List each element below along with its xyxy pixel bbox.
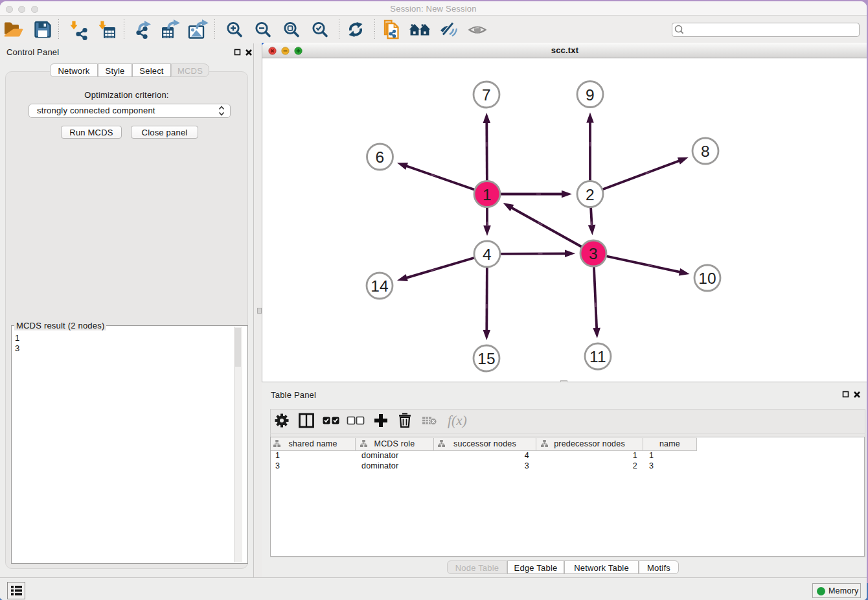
svg-text:3: 3 <box>589 245 598 262</box>
svg-text:2: 2 <box>586 186 595 203</box>
svg-text:f(x): f(x) <box>448 413 467 428</box>
svg-text:9: 9 <box>586 86 595 104</box>
svg-text:10: 10 <box>698 270 716 287</box>
svg-text:15: 15 <box>477 350 496 367</box>
svg-text:14: 14 <box>371 277 389 295</box>
svg-text:11: 11 <box>589 348 606 365</box>
svg-text:1: 1 <box>483 186 492 203</box>
svg-text:8: 8 <box>701 143 710 160</box>
svg-text:4: 4 <box>483 246 492 263</box>
svg-text:6: 6 <box>376 148 385 166</box>
svg-text:7: 7 <box>482 86 491 104</box>
